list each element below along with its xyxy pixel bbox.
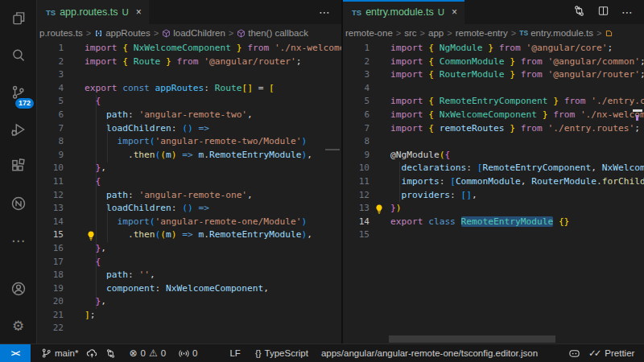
code-line[interactable]: 17 {: [37, 256, 341, 269]
code-line[interactable]: 2import { CommonModule } from '@angular/…: [343, 56, 644, 69]
remote-indicator[interactable]: ><: [0, 344, 31, 362]
extensions-icon[interactable]: [0, 148, 36, 185]
code-line[interactable]: 11 {: [37, 175, 341, 189]
code-line[interactable]: 3: [37, 68, 341, 82]
code-line[interactable]: 12 path: 'angular-remote-one',: [37, 189, 341, 203]
branch-name: main*: [55, 348, 78, 358]
problems-button[interactable]: ⊗ 0 ⚠ 0: [125, 348, 170, 359]
breadcrumb-item[interactable]: app: [428, 28, 444, 38]
code-line[interactable]: 9@NgModule({: [343, 149, 644, 162]
breadcrumb-item[interactable]: TSentry.module.ts: [519, 28, 593, 38]
code-line[interactable]: 7import { remoteRoutes } from './entry.r…: [343, 122, 644, 136]
array-symbol-icon: [94, 29, 103, 38]
code-line[interactable]: 5 {: [37, 95, 341, 109]
line-number: 12: [343, 189, 369, 203]
settings-gear-icon[interactable]: ⚙: [0, 307, 36, 344]
code-line[interactable]: 9 .then((m) => m.RemoteEntryModule),: [37, 149, 341, 162]
lightbulb-icon[interactable]: [85, 230, 97, 241]
breadcrumb-item[interactable]: appRoutes: [94, 28, 151, 38]
code-line[interactable]: 2import { Route } from '@angular/router'…: [37, 56, 341, 69]
code-line[interactable]: 1import { NgModule } from '@angular/core…: [343, 42, 644, 56]
code-line[interactable]: 14 import('angular-remote-one/Module'): [37, 216, 341, 229]
line-number: 22: [37, 322, 64, 335]
code-line[interactable]: 5import { RemoteEntryComponent } from '.…: [343, 95, 644, 109]
code-line[interactable]: 13}): [343, 202, 644, 216]
code-line[interactable]: 18 path: '',: [37, 269, 341, 282]
code-line[interactable]: 6 path: 'angular-remote-two',: [37, 109, 341, 122]
code-line[interactable]: 15 .then((m) => m.RemoteEntryModule),: [37, 228, 341, 242]
split-editor-icon[interactable]: [597, 5, 609, 20]
line-number: 10: [37, 162, 64, 175]
code-editor-right: 1import { NgModule } from '@angular/core…: [343, 42, 644, 344]
code-line[interactable]: 11 imports: [CommonModule, RouterModule.…: [343, 175, 644, 189]
language-mode-button[interactable]: {} TypeScript: [251, 348, 312, 358]
code-line[interactable]: 13 loadChildren: () =>: [37, 202, 341, 216]
tab-entry-module[interactable]: TS entry.module.ts U ×: [343, 0, 464, 24]
cloud-upload-icon: [86, 348, 97, 359]
line-number: 9: [343, 149, 369, 162]
ts-symbol-icon: TS: [519, 29, 528, 37]
source-control-icon[interactable]: 172: [0, 74, 36, 111]
line-number: 12: [37, 189, 64, 203]
run-debug-icon[interactable]: [0, 111, 36, 148]
code-line[interactable]: 8 import('angular-remote-two/Module'): [37, 135, 341, 149]
lightbulb-icon[interactable]: [374, 204, 385, 215]
line-number: 2: [343, 56, 369, 69]
code-line[interactable]: 10 declarations: [RemoteEntryComponent, …: [343, 162, 644, 175]
branch-button[interactable]: main*: [37, 348, 82, 359]
code-line[interactable]: 15: [343, 228, 644, 242]
more-views-icon[interactable]: ⋯: [0, 222, 36, 259]
line-number: 8: [343, 135, 369, 149]
code-line[interactable]: 4export const appRoutes: Route[] = [: [37, 82, 341, 96]
code-line[interactable]: 22: [37, 322, 341, 335]
nx-console-icon[interactable]: [0, 185, 36, 222]
breadcrumb-item[interactable]: loadChildren: [162, 28, 225, 38]
explorer-icon[interactable]: [0, 0, 36, 37]
code-line[interactable]: 8: [343, 135, 644, 149]
tab-label: app.routes.ts: [60, 6, 118, 18]
code-line[interactable]: 3import { RouterModule } from '@angular/…: [343, 68, 644, 82]
code-line[interactable]: 14export class RemoteEntryModule {}: [343, 216, 644, 229]
search-icon[interactable]: [0, 37, 36, 74]
status-bar: >< main* ⊗ 0 ⚠ 0 0 LF {} TypeScript a: [0, 343, 644, 362]
breadcrumb-item[interactable]: remote-entry: [456, 28, 508, 38]
code-line[interactable]: 20 },: [37, 295, 341, 309]
open-changes-icon[interactable]: [573, 5, 585, 20]
tab-app-routes[interactable]: TS app.routes.ts U ×: [37, 0, 149, 24]
eol-indicator[interactable]: LF: [225, 348, 244, 358]
copilot-icon: [568, 348, 580, 359]
code-line[interactable]: 7 loadChildren: () =>: [37, 122, 341, 136]
code-line[interactable]: 21];: [37, 309, 341, 323]
line-number: 13: [343, 202, 369, 216]
tab-label: entry.module.ts: [365, 6, 434, 18]
tsconfig-context-button[interactable]: apps/angular/angular-remote-one/tsconfig…: [317, 348, 542, 358]
ports-button[interactable]: 0: [175, 348, 201, 359]
code-line[interactable]: 12 providers: [],: [343, 189, 644, 203]
breadcrumb-item[interactable]: remote-one: [345, 28, 393, 38]
code-line[interactable]: 10 },: [37, 162, 341, 175]
publish-button[interactable]: [82, 348, 101, 359]
class-symbol-icon: [605, 29, 613, 38]
cube-symbol-icon: [162, 29, 171, 38]
more-actions-icon[interactable]: ⋯: [621, 6, 634, 19]
line-number: 11: [343, 175, 369, 189]
breadcrumb-item[interactable]: src: [404, 28, 416, 38]
compare-changes-button[interactable]: [101, 348, 120, 359]
formatter-button[interactable]: ✓✓ Prettier: [584, 348, 638, 359]
copilot-button[interactable]: [564, 348, 584, 359]
breadcrumb-item[interactable]: [605, 29, 613, 38]
close-icon[interactable]: ×: [136, 6, 142, 18]
code-line[interactable]: 19 component: NxWelcomeComponent,: [37, 282, 341, 296]
breadcrumb-item[interactable]: p.routes.ts: [39, 28, 83, 38]
line-number: 10: [343, 162, 369, 175]
code-line[interactable]: 1import { NxWelcomeComponent } from './n…: [37, 42, 341, 56]
more-actions-icon[interactable]: ⋯: [319, 6, 331, 19]
code-line[interactable]: 16 },: [37, 242, 341, 256]
code-line[interactable]: 6import { NxWelcomeComponent } from './n…: [343, 109, 644, 122]
close-icon[interactable]: ×: [452, 6, 457, 18]
account-icon[interactable]: [0, 270, 36, 307]
code-line[interactable]: 4: [343, 82, 644, 96]
line-number: 1: [37, 42, 64, 56]
horizontal-scrollbar[interactable]: [389, 335, 555, 343]
breadcrumb-item[interactable]: then() callback: [237, 28, 308, 38]
